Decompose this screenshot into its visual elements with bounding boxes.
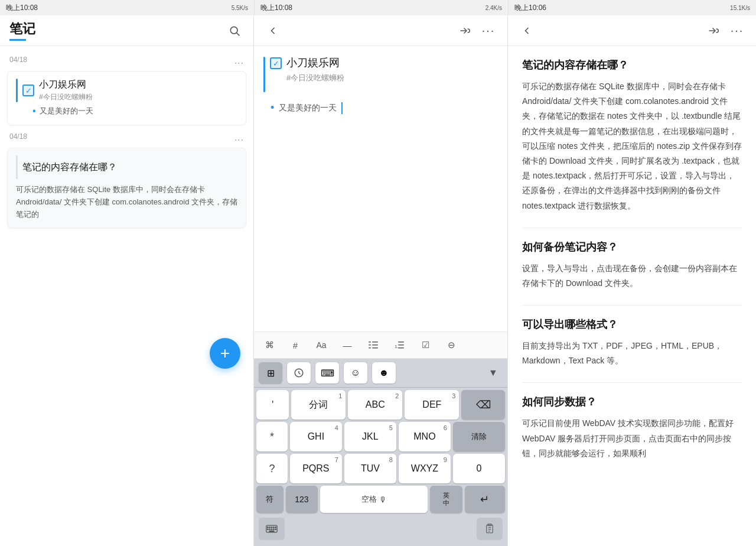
faq-content[interactable]: 笔记的内容存储在哪？ 可乐记的数据存储在 SQLite 数据库中，同时会在存储卡… — [508, 46, 756, 546]
svg-point-19 — [275, 527, 276, 528]
keyboard-expand-btn[interactable]: ▼ — [484, 363, 503, 382]
kb-bottom-row: 符 123 空格 🎙 英中 ↵ — [256, 486, 505, 513]
hash-button[interactable]: # — [287, 337, 304, 353]
faq-divider-2 — [522, 305, 742, 306]
svg-point-18 — [273, 527, 275, 528]
kb-clear-key[interactable]: 清除 — [453, 422, 505, 451]
kb-label-jkl: JKL — [362, 431, 379, 442]
kb-key-ghi[interactable]: 4 GHI — [290, 422, 342, 451]
checkbox-button[interactable]: ☑ — [417, 337, 434, 353]
note-card-1[interactable]: ✓ 小刀娱乐网 #今日没吃螺蛳粉 又是美好的一天 — [7, 71, 246, 125]
keyboard-grid-btn[interactable]: ⊞ — [259, 362, 282, 384]
editor-note-top: ✓ 小刀娱乐网 #今日没吃螺蛳粉 — [263, 56, 498, 92]
svg-point-15 — [268, 527, 269, 528]
note-checkbox-1[interactable]: ✓ — [22, 84, 34, 96]
svg-rect-9 — [398, 342, 404, 343]
keyboard-sticker-btn[interactable]: ☻ — [372, 362, 396, 384]
kb-num-2: 2 — [395, 392, 399, 399]
kb-sym-key[interactable]: 符 — [256, 486, 284, 513]
new-note-button[interactable]: + — [210, 338, 240, 369]
keyboard-area: ⊞ ⌨ ☺ ☻ ▼ ' 1 分词 — [254, 359, 507, 546]
editor-header-right: ··· — [455, 21, 498, 40]
kb-key-mno[interactable]: 6 MNO — [399, 422, 451, 451]
ol-button[interactable]: 1. — [391, 337, 408, 353]
editor-content[interactable]: ✓ 小刀娱乐网 #今日没吃螺蛳粉 又是美好的一天 — [254, 46, 507, 332]
kb-label-fen: 分词 — [309, 399, 328, 411]
kb-key-jkl[interactable]: 5 JKL — [344, 422, 396, 451]
hr-button[interactable]: — — [339, 337, 356, 353]
keyboard-emoji-btn[interactable]: ☺ — [344, 362, 367, 384]
status-bar-right: 晚上10:06 15.1K/s — [508, 0, 756, 15]
faq-header: ··· — [508, 15, 756, 46]
notes-panel: 笔记 04/18 ... — [0, 15, 254, 546]
note-card-2[interactable]: 笔记的内容存储在哪？ 可乐记的数据存储在 SQLite 数据库中，同时会在存储卡… — [7, 148, 246, 228]
kb-label-ghi: GHI — [308, 431, 324, 442]
kb-punct-apostrophe[interactable]: ' — [256, 390, 289, 420]
svg-rect-2 — [369, 342, 371, 343]
kb-key-fen[interactable]: 1 分词 — [291, 390, 346, 420]
faq-question-1: 笔记的内容存储在哪？ — [522, 58, 742, 72]
note-card-top-1: ✓ 小刀娱乐网 #今日没吃螺蛳粉 — [16, 79, 237, 102]
faq-section-4: 如何同步数据？ 可乐记目前使用 WebDAV 技术实现数据同步功能，配置好 We… — [522, 395, 742, 461]
note-bullet-1: 又是美好的一天 — [16, 102, 237, 118]
kb-lang-key[interactable]: 英中 — [430, 486, 462, 513]
more-button-editor[interactable]: ··· — [479, 21, 498, 40]
kb-key-pqrs[interactable]: 7 PQRS — [290, 454, 342, 483]
kb-space-key[interactable]: 空格 🎙 — [320, 486, 428, 513]
kb-punct-star[interactable]: * — [256, 422, 288, 451]
svg-rect-6 — [369, 347, 371, 349]
clear-label: 清除 — [471, 431, 487, 442]
clipboard-icon — [484, 523, 495, 535]
note-body-2: 可乐记的数据存储在 SQLite 数据库中，同时会在存储卡 Android/da… — [16, 184, 237, 220]
status-bar-left: 晚上10:08 5.5K/s — [0, 0, 254, 15]
kb-key-abc[interactable]: 2 ABC — [348, 390, 402, 420]
keyboard-circle-btn[interactable] — [287, 362, 311, 384]
kb-label-wxyz: WXYZ — [411, 463, 438, 474]
keyboard-keys-btn[interactable]: ⌨ — [315, 362, 339, 384]
kb-num-1: 1 — [338, 392, 342, 399]
kb-key-tuv[interactable]: 8 TUV — [344, 454, 396, 483]
kb-key-def[interactable]: 3 DEF — [405, 390, 459, 420]
delete-icon: ⌫ — [476, 398, 491, 411]
back-button[interactable] — [263, 21, 282, 40]
search-button[interactable] — [225, 21, 244, 40]
editor-panel: ··· ✓ 小刀娱乐网 #今日没吃螺蛳粉 — [254, 15, 508, 546]
note-title-block-2: 笔记的内容存储在哪？ — [22, 161, 117, 174]
faq-question-4: 如何同步数据？ — [522, 395, 742, 409]
note-title-1: 小刀娱乐网 — [39, 79, 93, 91]
editor-checkbox[interactable]: ✓ — [270, 57, 282, 69]
enter-icon: ↵ — [480, 493, 489, 506]
faq-answer-2: 设置，导入与导出，点击现在备份，会创建一份内容副本在存储卡下的 Download… — [522, 261, 742, 291]
faq-section-1: 笔记的内容存储在哪？ 可乐记的数据存储在 SQLite 数据库中，同时会在存储卡… — [522, 58, 742, 213]
kb-key-wxyz[interactable]: 9 WXYZ — [399, 454, 451, 483]
share-button[interactable] — [455, 21, 474, 40]
kb-num-4: 4 — [335, 424, 338, 431]
note-tag-1: #今日没吃螺蛳粉 — [39, 92, 93, 102]
font-button[interactable]: Aa — [313, 337, 330, 353]
kb-num-6: 6 — [444, 424, 447, 431]
circle-icon — [294, 368, 304, 378]
kb-123-key[interactable]: 123 — [286, 486, 318, 513]
kb-clipboard-btn[interactable] — [477, 518, 503, 540]
kb-label-tuv: TUV — [361, 463, 380, 474]
faq-more-button[interactable]: ··· — [728, 21, 747, 40]
cmd-button[interactable]: ⌘ — [261, 337, 278, 353]
kb-punct-q[interactable]: ? — [256, 454, 288, 483]
faq-share-button[interactable] — [704, 21, 723, 40]
editor-accent-bar — [263, 57, 265, 92]
kb-row-1: ' 1 分词 2 ABC 3 DEF — [256, 390, 505, 420]
ul-button[interactable] — [365, 337, 382, 353]
kb-label-pqrs: PQRS — [302, 463, 329, 474]
faq-divider-3 — [522, 382, 742, 383]
kb-keyboard-btn[interactable] — [259, 518, 285, 540]
kb-delete-key[interactable]: ⌫ — [461, 390, 505, 420]
share-icon — [460, 25, 470, 36]
faq-back-button[interactable] — [517, 21, 536, 40]
status-icons-middle: 2.4K/s — [485, 5, 502, 11]
search-in-note-button[interactable]: ⊖ — [443, 337, 460, 353]
note-card-top-2: 笔记的内容存储在哪？ — [16, 155, 237, 179]
svg-rect-25 — [269, 531, 274, 531]
kb-key-0[interactable]: 0 — [453, 454, 505, 483]
kb-enter-key[interactable]: ↵ — [465, 486, 505, 513]
faq-question-2: 如何备份笔记内容？ — [522, 240, 742, 254]
